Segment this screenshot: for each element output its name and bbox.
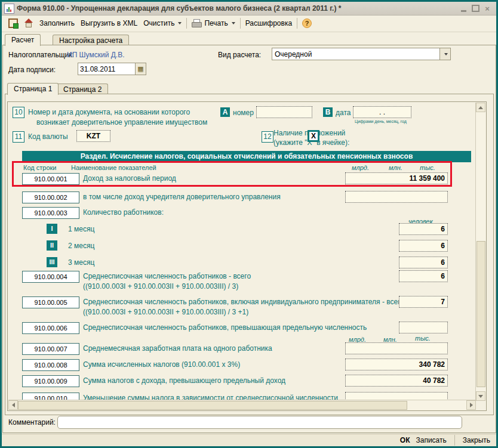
- row-code: 910.00.003: [22, 207, 79, 219]
- clear-button[interactable]: Очистить: [140, 18, 185, 29]
- month-2-marker: II: [47, 240, 57, 251]
- maximize-button[interactable]: [471, 4, 479, 13]
- col-header-name: Наименование показателей: [71, 164, 156, 171]
- date-format-caption: Цифрами день, месяц, год: [355, 119, 407, 123]
- fill-button[interactable]: Заполнить: [36, 18, 78, 29]
- trust-income-field[interactable]: [345, 191, 448, 203]
- calc-type-value: Очередной: [272, 50, 439, 58]
- row-code: 910.00.006: [22, 322, 79, 334]
- comment-label: Комментарий:: [8, 418, 56, 427]
- avg-headcount-incl-field[interactable]: 7: [399, 296, 448, 308]
- row-label: Количество работников:: [83, 208, 164, 217]
- calc-type-combo[interactable]: Очередной: [272, 48, 451, 60]
- unit-ths: тыс.: [415, 335, 431, 342]
- excess-income-tax-field[interactable]: 40 782: [345, 375, 448, 387]
- form-scroll-area: 10 Номер и дата документа, на основании …: [7, 101, 487, 411]
- calc-type-label: Вид расчета:: [218, 51, 261, 59]
- cell-b-label: дата: [336, 109, 351, 117]
- attachments-checkbox[interactable]: X: [308, 130, 319, 142]
- row-formula: ((910.00.003I + 910.00.003II + 910.00.00…: [83, 308, 248, 316]
- bottom-button-bar: ОК Записать Закрыть: [2, 434, 496, 446]
- line-10-text-2: возникает доверительное управление имуще…: [36, 118, 207, 126]
- minimize-button[interactable]: [459, 4, 468, 13]
- unit-ths: тыс.: [420, 164, 435, 171]
- close-button[interactable]: ×: [483, 4, 491, 13]
- row-code: 910.00.002: [22, 191, 79, 203]
- avg-headcount-field[interactable]: 6: [399, 270, 448, 282]
- row-label: Сумма налогов с дохода, превышающего пре…: [83, 376, 285, 385]
- cell-a-label: номер: [233, 109, 254, 117]
- excess-headcount-field[interactable]: [399, 322, 448, 333]
- avg-salary-field[interactable]: [345, 342, 448, 354]
- calendar-button[interactable]: ▦: [135, 63, 146, 75]
- vertical-scrollbar[interactable]: [475, 103, 485, 401]
- help-icon: ?: [302, 18, 312, 28]
- minimize-icon: [461, 10, 466, 12]
- save-button[interactable]: Записать: [416, 436, 447, 444]
- arrow-left-icon: [12, 403, 15, 407]
- line-10-number: 10: [13, 107, 24, 118]
- income-field[interactable]: 11 359 400: [345, 172, 448, 184]
- horizontal-scrollbar[interactable]: [8, 400, 476, 410]
- arrow-down-icon: [478, 395, 483, 398]
- month-2-label: 2 месяц: [68, 242, 94, 250]
- month-2-field[interactable]: 6: [399, 240, 448, 252]
- comment-input[interactable]: [57, 416, 462, 429]
- toolbar-separator: [186, 18, 187, 29]
- currency-label: Код валюты: [28, 132, 68, 141]
- report-icon: [4, 4, 14, 14]
- unit-mln: млн.: [389, 164, 402, 171]
- calendar-icon: ▦: [137, 65, 143, 73]
- help-button[interactable]: ?: [299, 17, 315, 29]
- horizontal-scroll-thumb[interactable]: [18, 401, 407, 410]
- maximize-icon: [472, 5, 479, 12]
- month-3-label: 3 месяц: [68, 258, 94, 267]
- print-button[interactable]: Печать: [189, 18, 238, 29]
- fill-from-document-button[interactable]: [5, 17, 21, 29]
- scroll-left-button[interactable]: [8, 400, 18, 410]
- ok-button[interactable]: ОК: [400, 436, 410, 444]
- doc-number-field[interactable]: [256, 106, 312, 118]
- scroll-right-button[interactable]: [466, 400, 476, 410]
- taxpayer-value[interactable]: ИП Шумский Д.В.: [67, 51, 125, 59]
- row-label: Среднемесячная заработная плата на одног…: [83, 344, 272, 353]
- tab-calc[interactable]: Расчет: [5, 34, 41, 46]
- chevron-down-icon: [444, 53, 448, 55]
- toolbar-separator: [297, 18, 297, 29]
- fill-document-icon: [8, 18, 18, 28]
- row-code: 910.00.005: [22, 296, 79, 308]
- arrow-right-icon: [470, 403, 473, 407]
- restore-data-button[interactable]: [21, 17, 36, 29]
- sign-date-input[interactable]: [78, 63, 136, 75]
- month-3-marker: III: [47, 257, 57, 267]
- chevron-down-icon: [232, 22, 235, 24]
- chevron-down-icon: [178, 22, 182, 24]
- close-icon: ×: [485, 4, 490, 13]
- row-formula: ((910.00.003I + 910.00.003II + 910.00.00…: [83, 282, 238, 291]
- month-3-field[interactable]: 6: [399, 257, 448, 268]
- month-1-field[interactable]: 6: [399, 223, 448, 235]
- month-1-label: 1 месяц: [68, 225, 94, 233]
- calculated-tax-field[interactable]: 340 782: [345, 359, 448, 370]
- cell-a-marker: A: [220, 107, 230, 117]
- scroll-up-button[interactable]: [476, 103, 485, 112]
- col-header-code: Код строки: [23, 164, 57, 171]
- row-code: 910.00.009: [22, 375, 79, 387]
- decrypt-button[interactable]: Расшифровка: [242, 18, 295, 29]
- tab-page-1[interactable]: Страница 1: [7, 83, 59, 95]
- title-bar: Форма 910.00 - Упрощенная декларация для…: [2, 2, 496, 16]
- export-xml-button[interactable]: Выгрузить в XML: [78, 18, 140, 29]
- scroll-down-button[interactable]: [476, 391, 485, 401]
- row-code: 910.00.008: [22, 359, 79, 371]
- row-label: Среднесписочная численность работников, …: [83, 298, 404, 306]
- row-code: 910.00.001: [22, 173, 79, 185]
- line-10-text-1: Номер и дата документа, на основании кот…: [28, 108, 190, 116]
- doc-date-field[interactable]: . .: [353, 106, 411, 118]
- vertical-scroll-thumb[interactable]: [477, 241, 485, 387]
- row-label: Сумма исчисленных налогов (910.00.001 х …: [83, 360, 240, 369]
- form-content: 10 Номер и дата документа, на основании …: [8, 103, 477, 401]
- cell-b-marker: B: [323, 107, 333, 117]
- currency-field[interactable]: KZT: [76, 130, 110, 142]
- combo-dropdown-button[interactable]: [439, 48, 450, 60]
- close-form-button[interactable]: Закрыть: [463, 436, 490, 444]
